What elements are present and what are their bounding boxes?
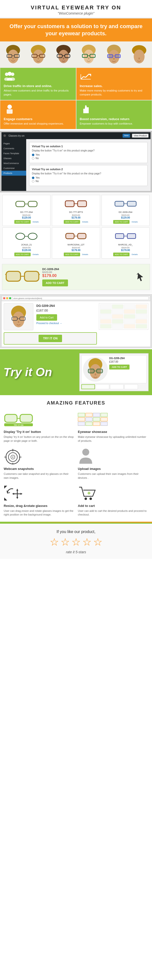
showcase-mini-item: [101, 422, 108, 426]
admin-menu-pages[interactable]: Pages: [2, 141, 26, 146]
admin-solution2-question: Display the button "Try it on" for this …: [32, 172, 145, 175]
details-link-6[interactable]: Details: [132, 253, 138, 256]
showcase-item[interactable]: [100, 314, 112, 319]
shop-item-price-old-3: $329.00: [104, 214, 147, 216]
add-to-cart-btn-2[interactable]: ADD TO CART: [64, 220, 80, 224]
try-it-on-glass-opt[interactable]: [96, 384, 109, 389]
showcase-item[interactable]: [124, 309, 135, 314]
featured-add-to-cart-btn[interactable]: ADD TO CART: [42, 280, 68, 286]
face-5: [101, 43, 126, 65]
product-page-content: DG-3209-2N4 £167.00 Add to Cart Proceed …: [2, 301, 150, 347]
try-it-on-glass-opt[interactable]: [124, 384, 138, 389]
try-it-on-glass-selected[interactable]: [81, 384, 95, 389]
admin-menu-faces[interactable]: Faces Template: [2, 151, 26, 156]
glasses-svg-4: [15, 231, 38, 241]
browser-minimize[interactable]: [6, 297, 8, 299]
showcase-item[interactable]: [100, 304, 112, 309]
browser-close[interactable]: [3, 297, 5, 299]
featured-try-it-on[interactable]: [134, 271, 147, 283]
showcase-item[interactable]: [136, 309, 147, 314]
admin-menu-products[interactable]: Products: [2, 171, 26, 176]
admin-solution1-yes-radio[interactable]: [32, 154, 34, 156]
shop-item-img-3: [104, 197, 147, 210]
feat-eyewear-showcase: Eyewear showcase Make eyewear showcase b…: [78, 411, 148, 443]
shop-item-price-old-5: $329.00: [54, 247, 98, 249]
showcase-item[interactable]: [136, 314, 147, 319]
showcase-item[interactable]: [112, 324, 123, 329]
showcase-item[interactable]: [136, 319, 147, 324]
showcase-item[interactable]: [136, 324, 147, 329]
star-4[interactable]: ☆: [82, 536, 92, 548]
admin-view-product-btn[interactable]: View Product: [132, 134, 149, 138]
face-svg-6: [129, 44, 149, 65]
showcase-item[interactable]: [112, 319, 123, 324]
details-link-5[interactable]: Details: [82, 253, 88, 256]
admin-solution2-no-radio[interactable]: [32, 180, 34, 183]
product-left-panel: DG-3209-2N4 £167.00 Add to Cart Proceed …: [4, 303, 97, 345]
glasses-svg-2: [65, 199, 87, 208]
showcase-item[interactable]: [100, 324, 112, 329]
increase-sales-title: Increase sales.: [80, 84, 149, 88]
showcase-item[interactable]: [124, 314, 135, 319]
svg-marker-100: [12, 493, 14, 495]
add-to-cart-btn-3[interactable]: ADD TO CART: [113, 220, 130, 224]
showcase-item[interactable]: [112, 309, 123, 314]
featured-price: $179.00: [42, 274, 132, 278]
admin-menu-comments[interactable]: Comments: [2, 146, 26, 151]
star-3[interactable]: ☆: [71, 536, 81, 548]
glasses-svg-6: [114, 231, 137, 241]
product-page-name: DG-3209-2N4: [36, 304, 96, 308]
showcase-item[interactable]: [124, 324, 135, 329]
showcase-item[interactable]: [124, 319, 135, 324]
admin-menu-woocommerce[interactable]: WooCommerce: [2, 161, 26, 166]
star-5[interactable]: ☆: [93, 536, 102, 548]
showcase-item[interactable]: [112, 304, 123, 309]
shop-item-price-1: $129.00: [5, 216, 48, 219]
showcase-item[interactable]: [136, 304, 147, 309]
shop-item-5: MARC02N4_12T $329.00 $179.00 ADD TO CART…: [52, 228, 100, 258]
add-to-cart-btn-6[interactable]: ADD TO CART: [113, 253, 130, 256]
browser-url-bar[interactable]: store.gleamr.com/products/[item]: [12, 296, 149, 300]
admin-solution1-yes-label: Yes: [35, 153, 40, 156]
admin-solution2-no-row: No: [32, 180, 145, 183]
product-add-to-cart-btn[interactable]: Add to Cart: [36, 314, 57, 321]
feat-webcam-desc: Customers can take snapshot and try glas…: [4, 472, 74, 480]
details-link-3[interactable]: Details: [132, 221, 138, 223]
orange-banner-text: Offer your customers a solution to try a…: [6, 23, 146, 37]
showcase-item[interactable]: [124, 304, 135, 309]
showcase-item[interactable]: [100, 309, 112, 314]
add-to-cart-btn-5[interactable]: ADD TO CART: [64, 253, 80, 256]
showcase-item[interactable]: [100, 319, 112, 324]
admin-new-btn[interactable]: New: [123, 134, 130, 138]
try-it-on-add-cart-btn[interactable]: Add to Cart: [109, 364, 130, 369]
chart-icon: [80, 72, 149, 83]
admin-menu-glasses[interactable]: Glasses: [2, 156, 26, 161]
product-face-svg: [7, 305, 30, 329]
browser-maximize[interactable]: [9, 297, 11, 299]
showcase-item[interactable]: [112, 314, 123, 319]
star-2[interactable]: ☆: [61, 536, 70, 548]
showcase-mini-item: [101, 417, 108, 421]
shop-grid-container: DC-???-2N4 $329.00 $129.00 ADD TO CART D…: [0, 192, 152, 261]
details-link-4[interactable]: Details: [33, 253, 38, 256]
admin-solution2-yes-radio[interactable]: [32, 177, 34, 179]
admin-menu-customizer[interactable]: Customizer: [2, 166, 26, 171]
try-it-on-glass-opt[interactable]: [110, 384, 123, 389]
product-try-it-on-btn[interactable]: TRY IT ON: [38, 335, 62, 342]
svg-marker-99: [16, 497, 18, 499]
details-link-1[interactable]: Details: [33, 221, 38, 223]
add-to-cart-btn-4[interactable]: ADD TO CART: [14, 253, 30, 256]
product-proceed-checkout[interactable]: Proceed to checkout →: [36, 322, 96, 325]
add-to-cart-btn-1[interactable]: ADD TO CART: [14, 220, 30, 224]
admin-solution1-yes-row: Yes: [32, 153, 145, 156]
feat-glasses-green-svg: TRY IT ON: [4, 412, 34, 427]
featured-glasses-svg: [5, 268, 40, 286]
svg-rect-60: [78, 233, 86, 239]
showcase-mini-item: [85, 413, 93, 417]
admin-solution1-no-radio[interactable]: [32, 157, 34, 159]
details-link-2[interactable]: Details: [82, 221, 88, 223]
face-2: [26, 43, 51, 65]
cart-svg: [78, 485, 96, 501]
browser-bar: store.gleamr.com/products/[item]: [2, 296, 150, 301]
star-1[interactable]: ☆: [50, 536, 59, 548]
